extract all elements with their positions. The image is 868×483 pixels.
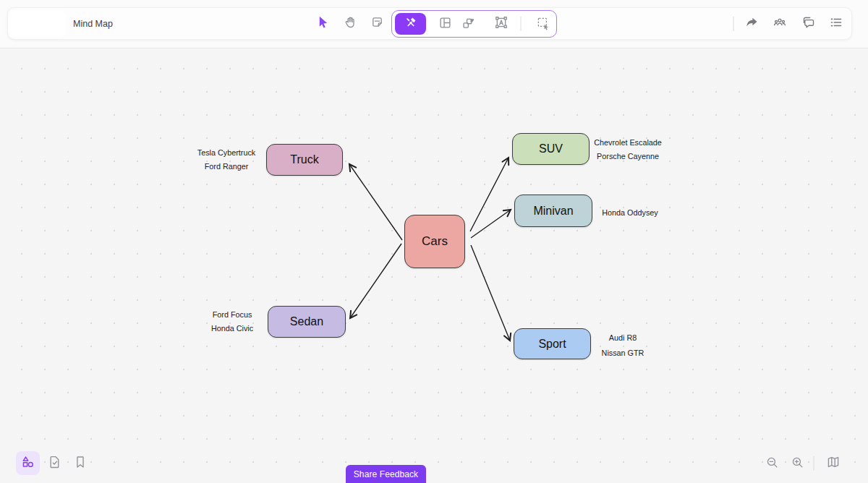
node-label-sport: Sport — [538, 338, 566, 351]
layout-tool-button[interactable] — [433, 13, 457, 35]
note-tool-button[interactable] — [365, 12, 389, 36]
list-icon — [828, 14, 844, 33]
hand-icon — [343, 14, 358, 33]
note-line: Nissan GTR — [597, 346, 648, 361]
text-frame-tool-button[interactable] — [489, 13, 514, 35]
note-line: Tesla Cybertruck — [183, 146, 270, 160]
bookmark-button[interactable] — [71, 454, 90, 473]
map-icon — [825, 454, 841, 473]
page-title: Mind Map — [73, 19, 113, 29]
toolbar-right-divider — [733, 17, 734, 31]
shapes-panel-icon — [20, 454, 36, 473]
footer-right-divider — [814, 456, 814, 471]
node-notes-truck[interactable]: Tesla Cybertruck Ford Ranger — [183, 146, 270, 173]
mindmap-node-minivan[interactable]: Minivan — [514, 195, 592, 227]
people-icon — [772, 14, 788, 33]
marquee-tool-button[interactable] — [530, 13, 555, 35]
comments-icon — [801, 14, 817, 33]
mindmap-node-suv[interactable]: SUV — [512, 133, 590, 165]
share-feedback-button[interactable]: Share Feedback — [346, 465, 426, 483]
toolbar: Mind Map — [7, 7, 852, 40]
tools-tool-button-active[interactable] — [395, 13, 426, 35]
text-frame-icon — [493, 14, 509, 33]
node-notes-sedan[interactable]: Ford Focus Honda Civic — [208, 308, 256, 335]
cursor-icon — [315, 14, 331, 33]
note-line: Ford Ranger — [183, 160, 270, 174]
note-icon — [370, 14, 385, 33]
node-notes-minivan[interactable]: Honda Oddysey — [600, 206, 660, 220]
node-notes-sport[interactable]: Audi R8 Nissan GTR — [597, 330, 648, 360]
layout-icon — [438, 15, 453, 33]
mindmap-node-sport[interactable]: Sport — [514, 328, 591, 359]
zoom-out-icon — [765, 455, 780, 473]
note-line: Honda Civic — [208, 322, 256, 335]
mindmap-node-cars[interactable]: Cars — [404, 215, 465, 268]
node-label-sedan: Sedan — [290, 315, 323, 328]
mindmap-node-sedan[interactable]: Sedan — [268, 306, 346, 338]
node-label-suv: SUV — [539, 142, 563, 155]
comments-button[interactable] — [796, 12, 821, 36]
tools-icon — [404, 16, 417, 32]
shapes-panel-button[interactable] — [16, 451, 40, 475]
share-icon — [744, 14, 760, 33]
zoom-out-button[interactable] — [762, 454, 781, 473]
note-line: Chevrolet Escalade — [593, 136, 663, 150]
note-line: Porsche Cayenne — [593, 150, 663, 163]
menu-button[interactable] — [9, 9, 66, 38]
note-line: Honda Oddysey — [600, 206, 660, 220]
node-notes-suv[interactable]: Chevrolet Escalade Porsche Cayenne — [593, 136, 663, 163]
share-feedback-label: Share Feedback — [354, 469, 418, 479]
checklist-button[interactable] — [45, 454, 64, 473]
hand-tool-button[interactable] — [338, 12, 362, 36]
shapes-icon — [461, 15, 476, 33]
share-button[interactable] — [739, 12, 764, 36]
marquee-icon — [535, 15, 550, 33]
zoom-in-button[interactable] — [788, 454, 807, 473]
tool-group — [391, 10, 557, 38]
list-button[interactable] — [824, 12, 848, 36]
bookmark-icon — [72, 454, 88, 473]
shapes-tool-button[interactable] — [456, 13, 480, 35]
zoom-in-icon — [790, 455, 805, 473]
people-button[interactable] — [767, 12, 792, 36]
minimap-button[interactable] — [824, 454, 843, 473]
select-tool-button[interactable] — [310, 12, 335, 36]
tool-group-divider — [521, 17, 522, 31]
checklist-icon — [46, 454, 62, 473]
top-header: Mind Map — [0, 0, 868, 48]
node-label-truck: Truck — [290, 153, 318, 166]
node-label-minivan: Minivan — [533, 205, 573, 218]
note-line: Ford Focus — [208, 308, 256, 322]
note-line: Audi R8 — [597, 330, 648, 346]
mindmap-node-truck[interactable]: Truck — [266, 144, 343, 176]
node-label-cars: Cars — [422, 234, 448, 249]
